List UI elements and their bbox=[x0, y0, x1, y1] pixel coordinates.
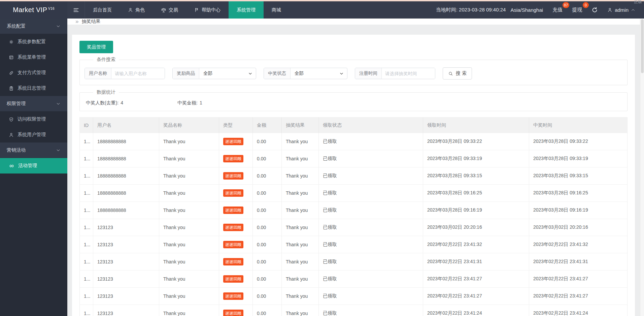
cell-claim-status: 已领取 bbox=[319, 133, 423, 150]
reward-product-select[interactable]: 全部 bbox=[199, 68, 256, 79]
cell-prize-name: Thank you bbox=[159, 305, 219, 316]
col-header-win-time: 中奖时间 bbox=[529, 118, 628, 133]
genuine-watermark: 正版 bbox=[634, 0, 642, 5]
win-status-select[interactable]: 全部 bbox=[291, 68, 347, 79]
winners-stat-value: 4 bbox=[121, 100, 123, 106]
type-badge: 谢谢回顾 bbox=[223, 258, 243, 265]
cell-type: 谢谢回顾 bbox=[219, 133, 253, 150]
winners-stat-label: 中奖人数(去重): bbox=[86, 100, 118, 106]
win-status-group: 中奖状态 全部 bbox=[264, 68, 347, 79]
scrollbar-thumb[interactable] bbox=[641, 19, 644, 73]
group-label: 系统配置 bbox=[7, 23, 26, 29]
stats-row: 中奖人数(去重): 4 中奖金额: 1 bbox=[84, 99, 622, 107]
sidebar-item-label: 支付方式管理 bbox=[18, 70, 46, 76]
sidebar-item-access-permissions[interactable]: 访问权限管理 bbox=[0, 112, 67, 127]
user-icon bbox=[607, 7, 612, 12]
sidebar-item-system-menu[interactable]: 系统菜单管理 bbox=[0, 50, 67, 65]
sidebar-item-system-users[interactable]: 系统用户管理 bbox=[0, 127, 67, 143]
nav-roles[interactable]: 角色 bbox=[120, 1, 153, 19]
nav-mall-label: 商城 bbox=[272, 7, 281, 13]
nav-help-center[interactable]: 帮助中心 bbox=[186, 1, 229, 19]
sidebar-item-system-params[interactable]: 系统参数配置 bbox=[0, 34, 67, 50]
sidebar-item-activity-manage[interactable]: ∞ 活动管理 bbox=[0, 158, 67, 173]
page-scrollbar[interactable] bbox=[640, 19, 644, 316]
cell-amount: 0.00 bbox=[253, 167, 282, 185]
username-field-group: 用户名称 bbox=[84, 68, 165, 79]
link-icon bbox=[9, 70, 14, 75]
cell-win-time: 2023年02月22日 23:41:24 bbox=[529, 305, 628, 316]
cell-draw-result: Thank you bbox=[282, 305, 319, 316]
nav-system-manage[interactable]: 系统管理 bbox=[229, 1, 264, 19]
nav-mall[interactable]: 商城 bbox=[264, 1, 289, 19]
winners-stat: 中奖人数(去重): 4 bbox=[86, 100, 177, 106]
nav-trade[interactable]: 交易 bbox=[153, 1, 186, 19]
cell-draw-result: Thank you bbox=[282, 167, 319, 185]
cell-type: 谢谢回顾 bbox=[219, 219, 253, 236]
refresh-button[interactable] bbox=[591, 7, 598, 13]
nav-dashboard[interactable]: 后台首页 bbox=[85, 1, 120, 19]
type-badge: 谢谢回顾 bbox=[223, 224, 243, 231]
cell-prize-name: Thank you bbox=[159, 271, 219, 288]
amount-stat-value: 1 bbox=[200, 100, 202, 106]
cell-claim-status: 已领取 bbox=[319, 150, 423, 167]
cell-id: 1... bbox=[80, 133, 93, 150]
sidebar-item-label: 访问权限管理 bbox=[18, 116, 46, 122]
cell-draw-result: Thank you bbox=[282, 253, 319, 271]
register-time-input[interactable] bbox=[382, 68, 435, 79]
cell-amount: 0.00 bbox=[253, 133, 282, 150]
cell-claim-time: 2023年02月22日 23:41:31 bbox=[423, 253, 529, 271]
cell-win-time: 2023年03月28日 09:16:19 bbox=[529, 202, 628, 219]
user-menu[interactable]: admin bbox=[607, 7, 635, 13]
register-time-group: 注册时间 bbox=[355, 68, 435, 79]
cell-type: 谢谢回顾 bbox=[219, 185, 253, 202]
table-row: 1... 123123 Thank you 谢谢回顾 0.00 Thank yo… bbox=[80, 305, 628, 316]
table-row: 1... 123123 Thank you 谢谢回顾 0.00 Thank yo… bbox=[80, 288, 628, 305]
cell-claim-status: 已领取 bbox=[319, 167, 423, 185]
sidebar-item-label: 系统参数配置 bbox=[18, 39, 46, 45]
page-body: 奖品管理 条件搜索 用户名称 奖励商品 全部 bbox=[67, 25, 644, 316]
cell-type: 谢谢回顾 bbox=[219, 202, 253, 219]
cell-amount: 0.00 bbox=[253, 288, 282, 305]
sidebar-group-permissions[interactable]: 权限管理 bbox=[0, 96, 67, 112]
cell-username: 123123 bbox=[93, 271, 159, 288]
sidebar-item-system-logs[interactable]: 系统日志管理 bbox=[0, 81, 67, 96]
cell-claim-time: 2023年03月28日 09:33:19 bbox=[423, 150, 529, 167]
username-input[interactable] bbox=[111, 68, 165, 79]
sidebar-toggle-button[interactable] bbox=[67, 1, 85, 19]
app-logo-text: Market VIP bbox=[13, 6, 47, 14]
cell-id: 1... bbox=[80, 271, 93, 288]
search-button-label: 搜 索 bbox=[456, 70, 467, 76]
amount-stat-label: 中奖金额: bbox=[177, 100, 198, 106]
cell-prize-name: Thank you bbox=[159, 288, 219, 305]
cell-draw-result: Thank you bbox=[282, 288, 319, 305]
withdraw-button[interactable]: 提现 0 bbox=[572, 7, 582, 13]
results-card: 奖品管理 条件搜索 用户名称 奖励商品 全部 bbox=[72, 35, 635, 316]
sidebar-group-marketing[interactable]: 营销活动 bbox=[0, 143, 67, 158]
cell-id: 1... bbox=[80, 288, 93, 305]
table-row: 1... 18888888888 Thank you 谢谢回顾 0.00 Tha… bbox=[80, 202, 628, 219]
cell-username: 123123 bbox=[93, 236, 159, 253]
cell-amount: 0.00 bbox=[253, 150, 282, 167]
cell-type: 谢谢回顾 bbox=[219, 253, 253, 271]
reward-product-group: 奖励商品 全部 bbox=[172, 68, 256, 79]
cell-id: 1... bbox=[80, 305, 93, 316]
recharge-button[interactable]: 充值 87 bbox=[552, 7, 563, 13]
type-badge: 谢谢回顾 bbox=[223, 155, 243, 162]
prize-manage-button[interactable]: 奖品管理 bbox=[79, 41, 113, 53]
table-row: 1... 123123 Thank you 谢谢回顾 0.00 Thank yo… bbox=[80, 236, 628, 253]
search-button[interactable]: 搜 索 bbox=[443, 67, 472, 80]
breadcrumb-current: 抽奖结果 bbox=[81, 19, 100, 25]
cell-amount: 0.00 bbox=[253, 185, 282, 202]
stats-legend: 数据统计 bbox=[93, 89, 119, 95]
username-text: admin bbox=[615, 7, 629, 13]
cell-claim-status: 已领取 bbox=[319, 236, 423, 253]
table-row: 1... 18888888888 Thank you 谢谢回顾 0.00 Tha… bbox=[80, 185, 628, 202]
cell-id: 1... bbox=[80, 202, 93, 219]
cell-draw-result: Thank you bbox=[282, 185, 319, 202]
reward-product-value: 全部 bbox=[203, 70, 212, 76]
sidebar-group-system-config[interactable]: 系统配置 bbox=[0, 19, 67, 34]
cell-prize-name: Thank you bbox=[159, 150, 219, 167]
sidebar-item-payment-methods[interactable]: 支付方式管理 bbox=[0, 65, 67, 81]
cell-id: 1... bbox=[80, 185, 93, 202]
cell-draw-result: Thank you bbox=[282, 150, 319, 167]
